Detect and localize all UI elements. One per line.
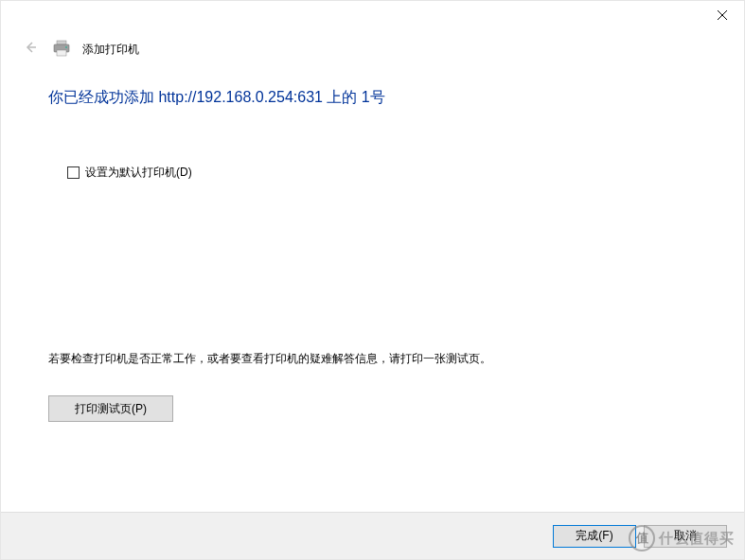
- wizard-title: 添加打印机: [82, 42, 139, 58]
- test-page-instruction: 若要检查打印机是否正常工作，或者要查看打印机的疑难解答信息，请打印一张测试页。: [48, 351, 697, 367]
- close-button[interactable]: [701, 1, 744, 29]
- svg-point-6: [65, 46, 67, 48]
- titlebar: [1, 1, 744, 29]
- print-test-page-button[interactable]: 打印测试页(P): [48, 395, 173, 422]
- default-printer-checkbox[interactable]: [67, 166, 80, 179]
- default-printer-row: 设置为默认打印机(D): [67, 165, 697, 181]
- wizard-header: 添加打印机: [1, 29, 744, 61]
- wizard-footer: 完成(F) 取消 值 什么值得买: [1, 512, 744, 559]
- svg-rect-5: [57, 50, 66, 56]
- default-printer-label[interactable]: 设置为默认打印机(D): [85, 165, 192, 181]
- back-arrow-icon[interactable]: [20, 37, 41, 61]
- add-printer-wizard: 添加打印机 你已经成功添加 http://192.168.0.254:631 上…: [0, 0, 745, 560]
- wizard-content: 你已经成功添加 http://192.168.0.254:631 上的 1号 设…: [1, 61, 744, 512]
- finish-button[interactable]: 完成(F): [553, 525, 636, 548]
- close-icon: [718, 10, 727, 20]
- success-heading: 你已经成功添加 http://192.168.0.254:631 上的 1号: [48, 88, 697, 108]
- printer-icon: [52, 40, 71, 60]
- svg-rect-3: [57, 41, 66, 44]
- cancel-button[interactable]: 取消: [644, 525, 727, 548]
